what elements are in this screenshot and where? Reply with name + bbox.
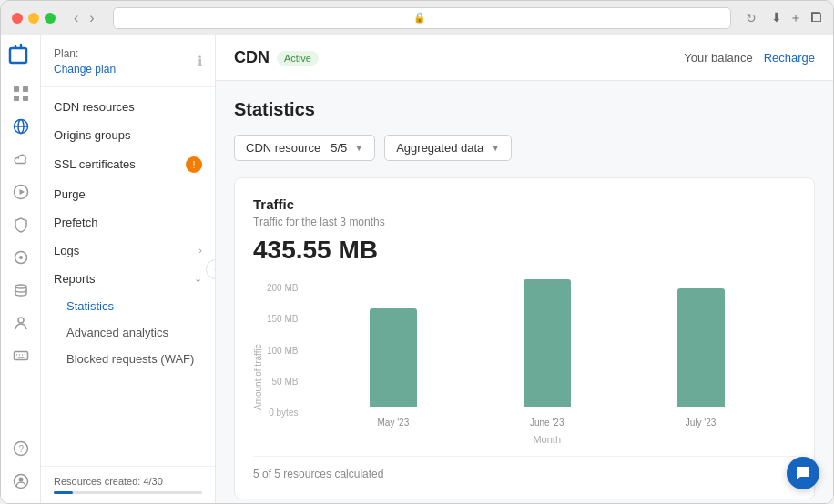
traffic-footer: 5 of 5 resources calculated (253, 456, 796, 480)
minimize-button[interactable] (28, 13, 39, 24)
y-label-50mb: 50 MB (267, 377, 298, 387)
traffic-title: Traffic (253, 197, 796, 212)
status-badge: Active (277, 51, 319, 66)
sidebar-item-purge[interactable]: Purge (41, 180, 215, 208)
database-icon[interactable] (6, 276, 36, 305)
sidebar-plan: Plan: Change plan ℹ (41, 35, 215, 87)
sidebar-item-logs[interactable]: Logs › (41, 237, 215, 265)
header-left: CDN Active (234, 48, 319, 67)
svg-rect-3 (14, 96, 19, 101)
svg-text:?: ? (18, 444, 24, 454)
bar-group-may: May '23 (357, 308, 430, 428)
globe-icon[interactable] (6, 112, 36, 141)
help-icon[interactable]: ? (6, 434, 36, 463)
app-title: CDN (234, 48, 270, 67)
nav-label-ssl-certificates: SSL certificates (54, 157, 136, 171)
resources-progress-section: Resources created: 4/30 (41, 466, 215, 503)
svg-point-12 (15, 285, 26, 288)
traffic-card: Traffic Traffic for the last 3 months 43… (234, 177, 815, 499)
bar-june (524, 279, 571, 407)
downloads-icon[interactable]: ⬇ (771, 10, 782, 26)
sidebar-item-reports[interactable]: Reports ⌄ (41, 265, 215, 293)
svg-point-13 (18, 318, 24, 323)
shield-icon[interactable] (6, 210, 36, 239)
keyboard-icon[interactable] (6, 341, 36, 370)
reload-button[interactable]: ↻ (746, 11, 757, 25)
svg-rect-14 (14, 352, 27, 360)
change-plan-link[interactable]: Change plan (54, 63, 116, 76)
cdn-resource-filter-label: CDN resource 5/5 (246, 141, 347, 155)
cloud-icon[interactable] (6, 145, 36, 174)
chart-area: May '23 June '23 July '23 (298, 283, 796, 445)
maximize-button[interactable] (45, 13, 56, 24)
nav-label-cdn-resources: CDN resources (54, 100, 135, 114)
app-logo[interactable] (8, 43, 34, 68)
balance-label: Your balance (684, 51, 752, 65)
logs-chevron-icon: › (198, 245, 202, 256)
sidebar-item-ssl-certificates[interactable]: SSL certificates ! (41, 149, 215, 180)
sidebar-item-prefetch[interactable]: Prefetch (41, 208, 215, 237)
add-tab-icon[interactable]: ＋ (789, 10, 802, 26)
chat-bubble-button[interactable] (787, 457, 819, 489)
nav-label-origins-groups: Origins groups (54, 128, 131, 142)
sidebar-nav: CDN resources Origins groups SSL certifi… (41, 87, 215, 466)
sidebar: Plan: Change plan ℹ CDN resources Origin… (41, 35, 216, 503)
browser-actions: ⬇ ＋ ⧠ (771, 10, 822, 26)
resources-progress-text: Resources created: 4/30 (54, 476, 202, 487)
extensions-icon[interactable]: ⧠ (809, 10, 822, 26)
sidebar-item-origins-groups[interactable]: Origins groups (41, 121, 215, 149)
sidebar-item-statistics[interactable]: Statistics (54, 293, 215, 319)
plan-label: Plan: (54, 46, 116, 62)
cdn-resource-caret-icon: ▼ (354, 143, 363, 153)
chart-bars: May '23 June '23 July '23 (298, 283, 796, 428)
y-label-200mb: 200 MB (267, 283, 298, 293)
cdn-resource-filter[interactable]: CDN resource 5/5 ▼ (234, 135, 375, 161)
y-label-100mb: 100 MB (267, 346, 298, 356)
traffic-lights (12, 13, 56, 24)
sidebar-item-blocked-requests[interactable]: Blocked requests (WAF) (54, 346, 215, 372)
play-icon[interactable] (6, 177, 36, 207)
svg-rect-0 (10, 48, 26, 63)
account-icon[interactable] (6, 467, 36, 496)
svg-rect-1 (14, 86, 19, 92)
traffic-subtitle: Traffic for the last 3 months (253, 216, 796, 228)
page-title: Statistics (234, 99, 815, 120)
sidebar-item-cdn-resources[interactable]: CDN resources (41, 93, 215, 121)
header-right: Your balance Recharge (684, 51, 815, 65)
traffic-chart: Amount of traffic 200 MB 150 MB 100 MB 5… (253, 283, 796, 445)
aggregated-data-caret-icon: ▼ (491, 143, 500, 153)
forward-button[interactable]: › (86, 8, 97, 28)
person-icon[interactable] (6, 308, 36, 338)
reports-sub-menu: Statistics Advanced analytics Blocked re… (41, 293, 215, 372)
lock-icon: 🔒 (413, 12, 426, 24)
info-icon[interactable]: ℹ (198, 54, 202, 68)
y-axis-labels: 200 MB 150 MB 100 MB 50 MB 0 bytes (267, 283, 298, 445)
bar-group-june: June '23 (511, 279, 584, 428)
svg-marker-9 (19, 189, 25, 195)
progress-bar-fill (54, 491, 73, 494)
back-button[interactable]: ‹ (70, 8, 82, 28)
nav-buttons: ‹ › (70, 8, 98, 28)
nav-label-purge: Purge (54, 187, 86, 201)
bar-label-may: May '23 (378, 418, 410, 428)
reports-chevron-icon: ⌄ (194, 273, 202, 285)
main-body: Statistics CDN resource 5/5 ▼ Aggregated… (216, 81, 833, 503)
dashboard-icon[interactable] (6, 79, 36, 108)
refresh-icon[interactable] (6, 243, 36, 272)
browser-window: ‹ › 🔒 ↻ ⬇ ＋ ⧠ (0, 0, 834, 504)
bar-may (370, 308, 417, 407)
bar-label-june: June '23 (530, 418, 564, 428)
sidebar-item-advanced-analytics[interactable]: Advanced analytics (54, 319, 215, 346)
address-bar[interactable]: 🔒 (113, 7, 731, 29)
bar-july (677, 288, 725, 407)
nav-label-logs: Logs (54, 244, 79, 257)
nav-label-reports: Reports (54, 272, 96, 286)
browser-titlebar: ‹ › 🔒 ↻ ⬇ ＋ ⧠ (1, 1, 833, 35)
close-button[interactable] (12, 13, 23, 24)
aggregated-data-label: Aggregated data (396, 141, 483, 155)
aggregated-data-filter[interactable]: Aggregated data ▼ (384, 135, 512, 161)
recharge-button[interactable]: Recharge (764, 51, 815, 65)
y-axis-title: Amount of traffic (253, 283, 263, 445)
svg-point-23 (18, 478, 23, 482)
bar-group-july: July '23 (665, 288, 737, 428)
